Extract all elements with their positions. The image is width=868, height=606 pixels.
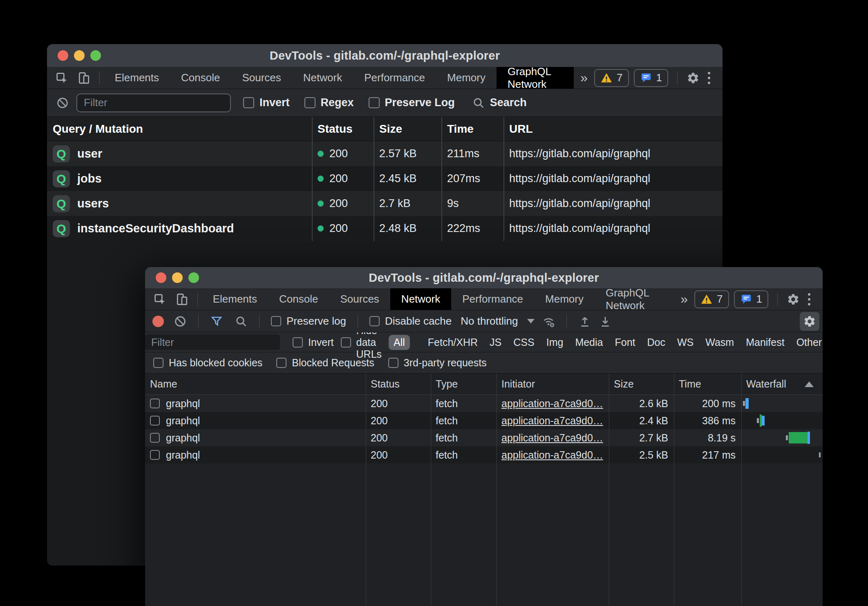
regex-checkbox[interactable]: Regex [304,96,354,109]
filter-type-css[interactable]: CSS [511,335,537,350]
filter-type-img[interactable]: Img [544,335,566,350]
tab-graphql-network[interactable]: GraphQL Network [497,67,574,89]
initiator-link[interactable]: application-a7ca9d0… [501,415,603,427]
table-row[interactable]: QinstanceSecurityDashboard 200 2.48 kB 2… [47,216,723,241]
block-icon[interactable] [56,96,69,109]
search-button[interactable]: Search [472,96,527,109]
tab-performance[interactable]: Performance [353,67,436,89]
table-row[interactable]: Qusers 200 2.7 kB 9s https://gitlab.com/… [47,191,723,216]
table-row[interactable]: Qjobs 200 2.45 kB 207ms https://gitlab.c… [47,166,723,191]
filter-type-ws[interactable]: WS [675,335,696,350]
throttling-dropdown[interactable]: No throttling [461,315,535,328]
col-url[interactable]: URL [503,123,723,136]
filter-type-fetch-xhr[interactable]: Fetch/XHR [425,335,480,350]
third-party-requests-checkbox[interactable]: 3rd-party requests [388,357,487,369]
blocked-requests-checkbox[interactable]: Blocked Requests [276,357,374,369]
zoom-button[interactable] [90,50,101,61]
col-initiator[interactable]: Initiator [497,378,609,390]
filter-type-all[interactable]: All [389,335,410,350]
preserve-log-checkbox[interactable]: Preserve log [271,315,346,328]
import-har-icon[interactable] [578,315,591,328]
export-har-icon[interactable] [599,315,612,328]
tab-console[interactable]: Console [170,67,231,89]
tab-memory[interactable]: Memory [534,288,595,310]
warning-icon [600,72,613,84]
invert-checkbox[interactable]: Invert [293,336,334,348]
record-button[interactable] [152,316,164,327]
disable-cache-checkbox[interactable]: Disable cache [369,315,452,328]
col-type[interactable]: Type [431,378,497,390]
request-row[interactable]: graphql 200 fetch application-a7ca9d0… 2… [145,429,823,446]
filter-type-manifest[interactable]: Manifest [743,335,787,350]
filter-type-doc[interactable]: Doc [645,335,668,350]
col-status[interactable]: Status [312,123,374,136]
settings-button[interactable] [687,71,700,85]
filter-input[interactable] [76,94,231,112]
row-checkbox[interactable] [150,433,160,443]
minimize-button[interactable] [74,50,85,61]
checkbox [153,358,163,368]
tab-sources[interactable]: Sources [329,288,390,310]
has-blocked-cookies-checkbox[interactable]: Has blocked cookies [153,357,262,369]
kebab-menu-button[interactable] [805,293,814,305]
request-row[interactable]: graphql 200 fetch application-a7ca9d0… 2… [145,446,823,463]
close-button[interactable] [58,50,68,61]
tab-elements[interactable]: Elements [202,288,268,310]
col-time[interactable]: Time [674,378,741,390]
warnings-badge[interactable]: 7 [694,290,729,308]
col-size[interactable]: Size [609,378,674,390]
messages-badge[interactable]: 1 [634,69,668,87]
zoom-button[interactable] [188,272,199,283]
more-tabs-button[interactable]: » [674,288,694,310]
filter-type-font[interactable]: Font [612,335,638,350]
filter-type-wasm[interactable]: Wasm [703,335,736,350]
status-value: 200 [366,429,431,446]
filter-funnel-icon[interactable] [210,315,223,328]
network-settings-button[interactable] [800,312,819,331]
filter-type-media[interactable]: Media [573,335,605,350]
preserve-log-checkbox[interactable]: Preserve Log [369,96,455,109]
device-toolbar-icon[interactable] [175,293,188,306]
more-tabs-button[interactable]: » [574,67,594,89]
tab-performance[interactable]: Performance [451,288,534,310]
inspect-element-icon[interactable] [153,293,166,306]
table-row[interactable]: Quser 200 2.57 kB 211ms https://gitlab.c… [47,141,723,166]
tab-network[interactable]: Network [292,67,353,89]
device-toolbar-icon[interactable] [77,71,90,85]
tab-memory[interactable]: Memory [436,67,497,89]
close-button[interactable] [156,272,166,283]
tab-console[interactable]: Console [268,288,329,310]
filter-input[interactable] [145,334,280,350]
initiator-link[interactable]: application-a7ca9d0… [501,432,603,444]
request-row[interactable]: graphql 200 fetch application-a7ca9d0… 2… [145,412,823,429]
kebab-menu-button[interactable] [705,72,714,84]
tab-graphql-network[interactable]: GraphQL Network [595,288,674,310]
search-icon[interactable] [235,315,248,328]
filter-type-js[interactable]: JS [487,335,504,350]
col-status[interactable]: Status [366,378,431,390]
warnings-badge[interactable]: 7 [594,69,629,87]
row-checkbox[interactable] [150,416,160,426]
inspect-element-icon[interactable] [55,71,68,85]
col-query-mutation[interactable]: Query / Mutation [47,123,312,136]
minimize-button[interactable] [172,272,183,283]
settings-button[interactable] [787,293,800,306]
row-checkbox[interactable] [150,450,160,460]
filter-type-other[interactable]: Other [794,335,825,350]
query-badge: Q [53,195,70,212]
row-checkbox[interactable] [150,399,160,408]
tab-elements[interactable]: Elements [104,67,170,89]
initiator-link[interactable]: application-a7ca9d0… [501,449,603,461]
col-time[interactable]: Time [441,123,503,136]
clear-icon[interactable] [174,315,187,328]
network-conditions-icon[interactable] [542,315,555,328]
invert-checkbox[interactable]: Invert [243,96,290,109]
col-name[interactable]: Name [145,378,366,390]
col-size[interactable]: Size [374,123,441,136]
col-waterfall[interactable]: Waterfall [741,378,823,390]
tab-sources[interactable]: Sources [231,67,292,89]
messages-badge[interactable]: 1 [734,290,768,308]
tab-network[interactable]: Network [390,288,451,310]
initiator-link[interactable]: application-a7ca9d0… [501,398,603,410]
request-row[interactable]: graphql 200 fetch application-a7ca9d0… 2… [145,395,823,412]
